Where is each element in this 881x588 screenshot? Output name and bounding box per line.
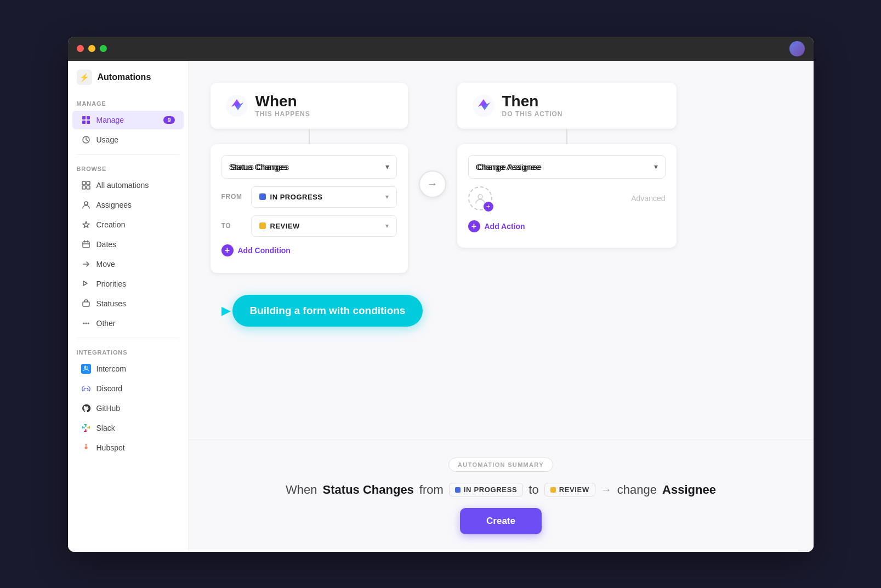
assignee-plus-icon: +	[484, 202, 493, 212]
summary-to-value: REVIEW	[559, 486, 589, 494]
hubspot-icon	[81, 443, 91, 453]
svg-rect-17	[85, 366, 86, 369]
svg-point-13	[85, 322, 87, 324]
github-label: GitHub	[96, 404, 121, 413]
sidebar-item-github[interactable]: GitHub	[72, 399, 184, 418]
slack-icon	[81, 423, 91, 433]
manage-icon	[81, 115, 91, 125]
sidebar-item-dates[interactable]: Dates	[72, 235, 184, 254]
intercom-label: Intercom	[96, 364, 126, 373]
arrow-connector: →	[408, 170, 457, 198]
svg-rect-11	[83, 302, 89, 306]
svg-point-34	[478, 195, 482, 199]
github-icon	[81, 403, 91, 413]
when-body-card: Status Changes Creation Due Date Status …	[211, 144, 408, 273]
svg-point-12	[83, 322, 84, 324]
then-body-card: Change Assignee Change Status Change Ass…	[457, 144, 677, 248]
svg-rect-24	[84, 424, 87, 425]
statuses-label: Statuses	[96, 299, 126, 308]
all-automations-label: All automations	[96, 181, 149, 190]
sidebar-item-hubspot[interactable]: Hubspot	[72, 438, 184, 457]
maximize-button[interactable]	[100, 45, 107, 52]
svg-rect-7	[82, 186, 86, 189]
play-icon: ▶	[221, 304, 231, 318]
sidebar-item-all-automations[interactable]: All automations	[72, 176, 184, 195]
sidebar-item-slack[interactable]: Slack	[72, 419, 184, 437]
trigger-dropdown-wrapper[interactable]: Status Changes Creation Due Date Status …	[221, 155, 397, 179]
add-condition-label: Add Condition	[238, 246, 291, 255]
assignee-placeholder: + Advanced	[468, 179, 666, 216]
to-label: TO	[221, 222, 246, 230]
when-header-card: When THIS HAPPENS	[211, 83, 408, 129]
to-status-wrapper[interactable]: REVIEW ▾ REVIEW	[251, 215, 397, 237]
app-body: ⚡ Automations MANAGE Manage 9 Usage BROW…	[68, 61, 814, 552]
sidebar-item-other[interactable]: Other	[72, 314, 184, 333]
from-row: FROM IN PROGRESS ▾ IN PROGRESS	[221, 186, 397, 208]
then-title-block: Then DO THIS ACTION	[502, 94, 563, 118]
tooltip-area: ▶ Building a form with conditions	[211, 295, 792, 327]
all-automations-icon	[81, 180, 91, 190]
connector-when	[309, 129, 310, 144]
automation-builder: When THIS HAPPENS Status Changes Creatio…	[211, 83, 792, 273]
creation-icon	[81, 220, 91, 230]
svg-rect-5	[82, 181, 86, 185]
svg-rect-28	[84, 431, 87, 432]
then-column: Then DO THIS ACTION Change Assignee Chan…	[457, 83, 677, 248]
sidebar-item-statuses[interactable]: Statuses	[72, 294, 184, 313]
then-logo	[473, 95, 495, 117]
from-status-wrapper[interactable]: IN PROGRESS ▾ IN PROGRESS	[251, 186, 397, 208]
close-button[interactable]	[77, 45, 84, 52]
sidebar-item-discord[interactable]: Discord	[72, 379, 184, 398]
when-title: When	[255, 94, 310, 109]
svg-rect-22	[82, 426, 83, 429]
summary-to-dot	[550, 487, 556, 493]
action-dropdown-wrapper[interactable]: Change Assignee Change Status Change Ass…	[468, 155, 666, 179]
sidebar-item-manage[interactable]: Manage 9	[72, 111, 184, 129]
trigger-select[interactable]: Status Changes Creation Due Date	[221, 155, 397, 179]
dates-label: Dates	[96, 240, 117, 249]
automation-summary: AUTOMATION SUMMARY When Status Changes f…	[189, 439, 814, 552]
summary-text: When Status Changes from IN PROGRESS to …	[286, 483, 716, 497]
divider-2	[77, 338, 179, 338]
summary-then-value: Assignee	[662, 483, 716, 497]
when-column: When THIS HAPPENS Status Changes Creatio…	[211, 83, 408, 273]
manage-label: Manage	[96, 116, 124, 124]
svg-rect-1	[87, 116, 90, 119]
app-window: ⚡ Automations MANAGE Manage 9 Usage BROW…	[68, 37, 814, 552]
add-condition-button[interactable]: + Add Condition	[221, 239, 397, 262]
create-button[interactable]: Create	[460, 508, 542, 534]
arrow-icon: →	[427, 178, 438, 190]
minimize-button[interactable]	[88, 45, 95, 52]
sidebar-item-creation[interactable]: Creation	[72, 215, 184, 234]
action-select[interactable]: Change Assignee Change Status	[468, 155, 666, 179]
svg-rect-18	[87, 366, 88, 369]
when-logo	[226, 95, 248, 117]
summary-from-dot	[455, 487, 461, 493]
summary-to-badge: REVIEW	[544, 483, 595, 496]
summary-arrow-icon: →	[601, 483, 612, 496]
priorities-icon	[81, 279, 91, 289]
user-avatar[interactable]	[789, 41, 805, 56]
sidebar-item-intercom[interactable]: Intercom	[72, 359, 184, 378]
assignee-avatar-icon	[474, 192, 486, 204]
statuses-icon	[81, 299, 91, 309]
then-subtitle: DO THIS ACTION	[502, 110, 563, 118]
sidebar-item-usage[interactable]: Usage	[72, 130, 184, 149]
sidebar-title: Automations	[98, 72, 151, 82]
other-label: Other	[96, 319, 116, 328]
assignee-avatar[interactable]: +	[468, 186, 492, 210]
then-title: Then	[502, 94, 563, 109]
sidebar-item-priorities[interactable]: Priorities	[72, 275, 184, 293]
sidebar-item-assignees[interactable]: Assignees	[72, 196, 184, 214]
sidebar-item-move[interactable]: Move	[72, 255, 184, 273]
add-condition-plus-icon: +	[221, 244, 234, 256]
when-subtitle: THIS HAPPENS	[255, 110, 310, 118]
hubspot-label: Hubspot	[96, 443, 125, 452]
usage-icon	[81, 135, 91, 145]
svg-rect-8	[87, 186, 90, 189]
divider-1	[77, 154, 179, 155]
sidebar-header: ⚡ Automations	[68, 70, 188, 94]
svg-rect-10	[83, 242, 89, 248]
advanced-link[interactable]: Advanced	[631, 194, 665, 203]
add-action-button[interactable]: + Add Action	[468, 216, 666, 237]
